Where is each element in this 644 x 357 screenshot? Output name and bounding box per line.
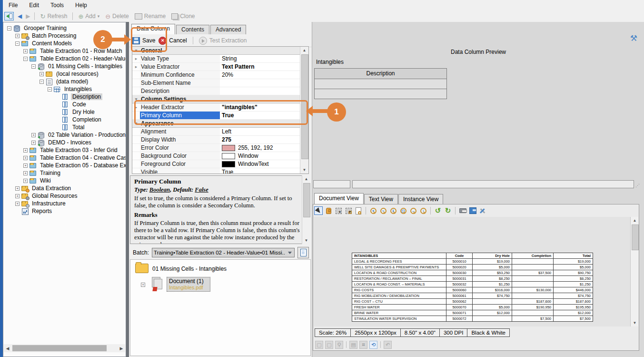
property-name[interactable]: Sub-Element Name bbox=[140, 79, 220, 87]
property-value[interactable]: Left bbox=[220, 128, 308, 135]
tree-item[interactable]: +Reports bbox=[3, 207, 126, 215]
tree-item[interactable]: +Data Extraction bbox=[3, 184, 126, 192]
expand-chevron-icon[interactable]: ▸ bbox=[132, 56, 140, 61]
tree-expander[interactable]: + bbox=[31, 133, 36, 137]
tree-expander[interactable]: + bbox=[40, 72, 44, 76]
batch-folder-label[interactable]: 01 Missing Cells - Intangibles bbox=[152, 265, 227, 272]
region-select-icon[interactable] bbox=[334, 206, 343, 215]
menu-tools[interactable]: Tools bbox=[45, 0, 69, 10]
property-row[interactable]: Sub-Element Name bbox=[132, 79, 308, 87]
property-value[interactable]: 20% bbox=[220, 71, 308, 79]
property-name[interactable]: Minimum Confidence bbox=[140, 71, 220, 79]
property-row[interactable]: ▸Value ExtractorText Pattern bbox=[132, 63, 308, 71]
default-link[interactable]: False bbox=[195, 186, 208, 193]
pin-page-icon[interactable]: ⚲ bbox=[335, 341, 343, 349]
tree-expander[interactable]: + bbox=[15, 194, 20, 198]
property-row[interactable]: Background ColorWindow bbox=[132, 152, 308, 160]
tree-horizontal-scrollbar[interactable]: ◀ ▶ bbox=[4, 344, 125, 352]
menu-help[interactable]: Help bbox=[69, 0, 93, 10]
property-row[interactable]: Description bbox=[132, 87, 308, 95]
property-row[interactable]: Minimum Confidence20% bbox=[132, 71, 308, 79]
zoom-region-icon[interactable] bbox=[344, 206, 353, 215]
tab-advanced[interactable]: Advanced bbox=[210, 25, 246, 34]
property-value[interactable]: WindowText bbox=[220, 160, 308, 168]
zoom-actual-icon[interactable]: 1 bbox=[389, 206, 397, 215]
zoom-in-icon[interactable]: + bbox=[369, 206, 377, 215]
tree-item[interactable]: +Table Extraction 03 - Infer Grid bbox=[3, 146, 126, 154]
property-name[interactable]: Description bbox=[140, 87, 220, 95]
result-field-wide[interactable] bbox=[352, 180, 634, 188]
document-expander[interactable]: + bbox=[141, 283, 145, 287]
tree-expander[interactable]: + bbox=[23, 171, 28, 175]
tree-item[interactable]: +Total bbox=[3, 123, 126, 131]
crop-icon[interactable]: ⌗ bbox=[359, 341, 367, 349]
scroll-down-icon[interactable]: ▼ bbox=[631, 319, 639, 326]
resize-grip[interactable]: ⋰ bbox=[635, 183, 640, 188]
collapse-chevron-icon[interactable]: ▾ bbox=[132, 121, 140, 126]
scroll-thumb[interactable] bbox=[632, 224, 639, 250]
help-scrollbar[interactable]: ▲ ▼ bbox=[302, 175, 310, 244]
page-thumb-1-icon[interactable]: ▢ bbox=[315, 341, 323, 349]
tree-expander[interactable]: − bbox=[31, 64, 36, 69]
tree-item[interactable]: +Wiki bbox=[3, 177, 126, 184]
tree-item[interactable]: +Training bbox=[3, 169, 126, 177]
property-category[interactable]: ▾Appearance bbox=[132, 120, 308, 128]
property-name[interactable]: Header Extractor bbox=[140, 103, 220, 111]
property-value[interactable]: True▾ bbox=[220, 112, 308, 119]
clone-button[interactable]: Clone bbox=[168, 11, 198, 21]
tree-expander[interactable]: − bbox=[15, 41, 20, 46]
zoom-height-icon[interactable]: ↕ bbox=[419, 206, 427, 215]
result-field-small[interactable] bbox=[313, 180, 350, 188]
tree-item[interactable]: +Table Extraction 01 - Row Match bbox=[3, 47, 126, 55]
undo-icon[interactable]: ↶ bbox=[384, 341, 392, 349]
panel-tools-icon[interactable]: ⚒ bbox=[630, 33, 637, 43]
property-value[interactable]: String bbox=[220, 55, 308, 62]
property-value[interactable]: 255, 192, 192 bbox=[220, 144, 308, 152]
tree-item[interactable]: −(data model) bbox=[3, 78, 126, 85]
property-name[interactable]: Background Color bbox=[140, 152, 220, 160]
navigate-back-icon[interactable]: ◀ bbox=[16, 13, 24, 20]
tree-expander[interactable]: + bbox=[15, 186, 20, 191]
tree-item[interactable]: +Description bbox=[3, 93, 126, 101]
tree-expander[interactable]: + bbox=[23, 49, 28, 53]
add-button[interactable]: ⊕ Add▾ bbox=[75, 11, 102, 21]
hand-icon[interactable] bbox=[324, 206, 333, 215]
delete-button[interactable]: ⊖ Delete bbox=[102, 11, 132, 21]
test-extraction-button[interactable]: Test Extraction bbox=[196, 37, 250, 45]
reprocess-icon[interactable]: ⟲ bbox=[369, 341, 377, 349]
property-name[interactable]: Display Width bbox=[140, 136, 220, 143]
tree-expander[interactable]: + bbox=[23, 163, 28, 168]
tree-item[interactable]: +Code bbox=[3, 101, 126, 108]
property-name[interactable]: Value Type bbox=[140, 55, 220, 62]
tree-item[interactable]: +Table Extraction 05 - Database Expor bbox=[3, 162, 126, 169]
property-row[interactable]: Error Color255, 192, 192 bbox=[132, 144, 308, 152]
save-image-icon[interactable] bbox=[468, 206, 477, 215]
rotate-left-icon[interactable]: ↺ bbox=[434, 206, 442, 215]
type-link[interactable]: Boolean bbox=[149, 186, 170, 193]
scroll-up-icon[interactable]: ▲ bbox=[300, 47, 308, 54]
scroll-up-icon[interactable]: ▲ bbox=[302, 175, 310, 183]
property-row[interactable]: VisibleTrue bbox=[132, 168, 308, 174]
property-row[interactable]: AlignmentLeft bbox=[132, 128, 308, 136]
menu-edit[interactable]: Edit bbox=[23, 0, 45, 10]
property-name[interactable]: Value Extractor bbox=[140, 63, 220, 71]
tree-item[interactable]: +Table Extraction 04 - Creative Cases bbox=[3, 154, 126, 162]
tree-item[interactable]: +Infrastructure bbox=[3, 200, 126, 207]
scroll-down-icon[interactable]: ▼ bbox=[302, 237, 310, 244]
scroll-down-icon[interactable]: ▼ bbox=[300, 166, 308, 173]
page-thumb-2-icon[interactable]: ▢ bbox=[325, 341, 333, 349]
property-value[interactable]: Text Pattern bbox=[220, 63, 308, 71]
cursor-icon[interactable] bbox=[314, 206, 323, 215]
menu-file[interactable]: File bbox=[3, 0, 23, 10]
property-value[interactable]: Window bbox=[220, 152, 308, 160]
scroll-left-icon[interactable]: ◀ bbox=[4, 346, 11, 351]
expand-chevron-icon[interactable]: ▸ bbox=[132, 105, 140, 110]
collapse-chevron-icon[interactable]: ▾ bbox=[132, 97, 140, 102]
property-row[interactable]: ▸Header Extractor"intangibles" bbox=[132, 103, 308, 112]
image-adjust-icon[interactable]: ▤ bbox=[349, 341, 357, 349]
tree-expander[interactable]: + bbox=[15, 34, 20, 38]
tree-item[interactable]: −Table Extraction 02 - Header-Value bbox=[3, 55, 126, 62]
tree-expander[interactable]: − bbox=[7, 26, 11, 31]
property-value[interactable] bbox=[220, 79, 308, 87]
scroll-right-icon[interactable]: ▶ bbox=[118, 346, 125, 351]
